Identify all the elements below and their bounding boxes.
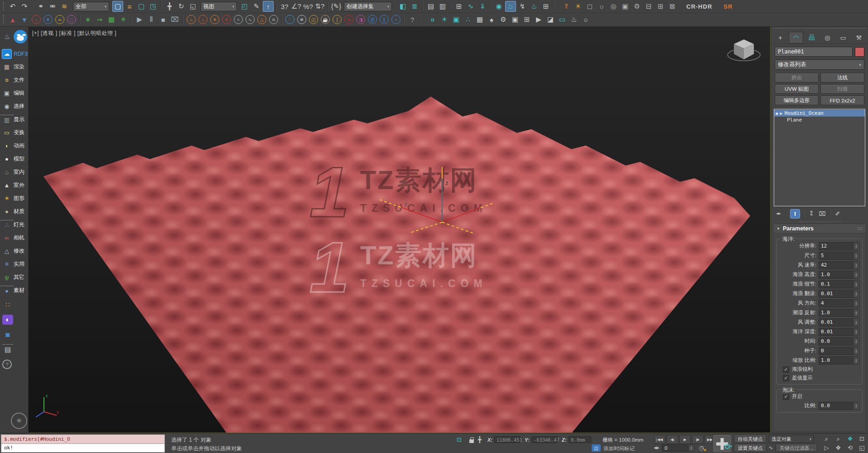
stack-tool[interactable] [786, 210, 787, 217]
vapor-sim-icon[interactable]: ∿ ▾ [245, 14, 256, 25]
selection-filter-dropdown[interactable]: 全部 ▾ [73, 2, 109, 11]
toolbar-icon[interactable]: ▾ [450, 2, 451, 11]
steam-sim-icon[interactable]: ≋ ▾ [268, 14, 279, 25]
smoke-sim-icon[interactable]: ≈ ▾ [233, 14, 244, 25]
flame-sim-1-icon[interactable]: ♨ ▾ [186, 14, 197, 25]
sidebar-item-material[interactable]: ● 材质 [0, 205, 28, 218]
perspective-viewport[interactable]: [+] [透视 ] [标准 ] [默认明暗处理 ] 1 TZ素材网 TZSUCA… [28, 26, 771, 433]
select-sphere-icon[interactable]: ◙ [0, 327, 28, 342]
zoom-region-icon[interactable]: ⊡ [856, 434, 868, 443]
fov-icon[interactable]: ▷ [821, 443, 832, 452]
isolate-selection-icon[interactable]: ⊡ [457, 436, 462, 443]
spinner-arrows-icon[interactable] [853, 243, 859, 250]
toolbar-icon[interactable]: ▾ [276, 2, 277, 11]
xyz-transform-icon[interactable]: ╋ [478, 436, 482, 443]
sidebar-item-shapes[interactable]: ☀ 图形 [0, 192, 28, 205]
spinner-arrows-icon[interactable] [853, 271, 859, 278]
sidebar-item-other[interactable]: ψ 其它 [0, 271, 28, 284]
spinner-arrows-icon[interactable] [853, 338, 859, 345]
edit-named-selection-icon[interactable]: {✎} ▾ [331, 1, 342, 12]
sidebar-item-animation[interactable]: ◗ 动画 [0, 139, 28, 152]
sidebar-item-assets[interactable]: ● 素材 [0, 284, 28, 297]
bubble-preset-icon[interactable]: ∞ ▾ [54, 14, 65, 25]
whirlpool-sim-icon[interactable]: @ ▾ [367, 14, 378, 25]
parameter-spinner[interactable]: 0.01 [819, 328, 859, 336]
sidebar-item-file[interactable]: ¤ 文件 [0, 73, 28, 87]
set-key-button[interactable]: 设置关键点 [734, 444, 767, 452]
video-post-icon[interactable]: ▶ ▾ [533, 14, 544, 25]
parameter-spinner[interactable]: 0.0 [819, 402, 859, 410]
parameter-spinner[interactable]: 0.01 [819, 318, 859, 326]
spinner-arrows-icon[interactable] [853, 402, 859, 409]
expand-arrow-icon[interactable]: ▶ [780, 111, 782, 116]
sidebar-item-display[interactable]: ▥ 显示 [0, 113, 28, 126]
rendered-frame-icon[interactable]: ↯ ▾ [517, 1, 528, 12]
key-filter-curve-icon[interactable]: ∿ [769, 445, 773, 451]
extrude-button[interactable]: 挤出 [775, 73, 819, 83]
sidebar-item-interior[interactable]: ♨ 室内 [0, 166, 28, 179]
spinner-arrows-icon[interactable] [688, 445, 694, 451]
normal-button[interactable]: 法线 [820, 73, 864, 83]
burst-sim-1-icon[interactable]: ✳ ▾ [209, 14, 220, 25]
sidebar-item-camera[interactable]: ∞ 相机 [0, 231, 28, 244]
remove-modifier-icon[interactable]: ⌧ [819, 209, 826, 218]
edit-poly-button[interactable]: 编辑多边形 [775, 96, 819, 105]
checkbox[interactable] [783, 366, 789, 373]
y-coord-field[interactable]: -63346.47 [531, 436, 558, 443]
stack-tool[interactable] [803, 210, 804, 217]
parameter-spinner[interactable]: 4 [819, 299, 859, 307]
go-to-start-button[interactable]: |◀◀ [654, 435, 665, 444]
gear-ring-icon[interactable]: ⚙ ▾ [498, 14, 509, 25]
toolbar-drag-handle[interactable] [2, 15, 5, 24]
cylinder-outline-icon[interactable]: ◎ ▾ [608, 1, 619, 12]
railclone-icon[interactable]: ⇒ ▾ [94, 14, 105, 25]
clipboard-outline-icon[interactable]: ▣ ▾ [620, 1, 631, 12]
angle-snap-icon[interactable]: ∠? ▾ [291, 1, 302, 12]
sphere-outline-icon[interactable]: ○ ▾ [596, 1, 607, 12]
ocean-sim-icon[interactable]: ≈ ▾ [391, 14, 401, 25]
parameter-spinner[interactable]: 12 [819, 242, 859, 250]
material-editor-icon[interactable]: ◉ ▾ [493, 1, 504, 12]
toolbar-icon[interactable]: ▾ [328, 2, 328, 11]
select-link-icon[interactable]: ⚭ ▾ [35, 1, 46, 12]
spinner-arrows-icon[interactable] [853, 328, 859, 336]
show-end-result-icon[interactable]: I [791, 209, 800, 218]
object-color-swatch[interactable] [855, 47, 864, 57]
parameter-spinner[interactable]: 0.1 [819, 280, 859, 288]
time-config-clock-icon[interactable]: ◷ [699, 444, 704, 451]
tab-utilities[interactable]: ⚒ [851, 32, 866, 44]
sidebar-item-model[interactable]: ● 模型 [0, 152, 28, 166]
transform-gizmo[interactable]: z y [377, 161, 495, 240]
panel-drag-handle[interactable] [774, 28, 865, 30]
play-button[interactable]: ▶ [679, 435, 691, 444]
four-view-icon[interactable]: ⊞ ▾ [521, 14, 532, 25]
tab-display[interactable]: ▭ [836, 32, 851, 44]
starburst-icon[interactable]: ✳ ▾ [118, 14, 129, 25]
zoom-icon[interactable]: ⌕ [821, 434, 832, 443]
parameters-rollout-header[interactable]: ▼ Parameters [773, 224, 866, 234]
flame-sim-2-icon[interactable]: ♨ ▾ [198, 14, 208, 25]
photometric-light-icon[interactable]: ¤ ▾ [427, 14, 438, 25]
stack-tool[interactable] [829, 210, 830, 217]
spinner-arrows-icon[interactable] [853, 262, 859, 269]
color-balls-icon[interactable]: ∷ [0, 297, 28, 312]
toolbar-icon[interactable]: ▾ [183, 15, 183, 24]
sidebar-item-rdf3[interactable]: ☁ RDF3 [0, 47, 28, 60]
cloth-preset-icon[interactable]: ▢ ▾ [66, 14, 77, 25]
ribbon-toggle-icon[interactable]: ⊞ ▾ [453, 1, 464, 12]
spinner-arrows-icon[interactable] [853, 300, 859, 307]
tab-hierarchy[interactable]: 品 [804, 32, 819, 44]
waterfall-sim-icon[interactable]: ∥ ▾ [379, 14, 390, 25]
light-gear-icon[interactable]: ☀ ▾ [573, 1, 583, 12]
toolbar-icon[interactable]: ▾ [394, 2, 395, 11]
z-coord-field[interactable]: 0.0mm [569, 436, 591, 443]
tab-modify[interactable]: ◠ [789, 32, 804, 44]
render-presets-icon[interactable]: ⊞ ▾ [540, 1, 551, 12]
sidebar-item-select[interactable]: ◉ 选择 [0, 100, 28, 113]
building-icon[interactable]: ▦ ▾ [474, 14, 485, 25]
paint-sim-icon[interactable]: ◨ ▾ [355, 14, 366, 25]
cr-hdr-label[interactable]: CR-HDR ▾ [686, 1, 712, 12]
stack-plane[interactable]: ◉ ▶ Plane [774, 117, 865, 123]
uvw-map-button[interactable]: UVW 贴图 [775, 84, 819, 94]
toolbar-icon[interactable]: ▾ [420, 15, 421, 24]
